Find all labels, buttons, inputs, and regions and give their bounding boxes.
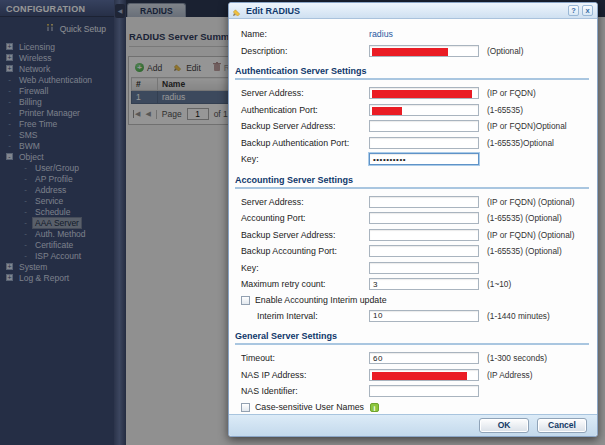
field-hint: (IP or FQDN) (Optional) bbox=[487, 230, 574, 240]
form-row: Server Address:(IP or FQDN) (Optional) bbox=[241, 194, 589, 211]
form-row: NAS IP Address:(IP Address) bbox=[241, 367, 589, 384]
field-label: Server Address: bbox=[241, 197, 369, 207]
redaction-box bbox=[372, 90, 472, 98]
text-input[interactable]: 10 bbox=[369, 310, 479, 322]
field-label: Timeout: bbox=[241, 353, 369, 363]
readonly-value: radius bbox=[369, 29, 481, 39]
dialog-body: Name:radiusDescription:(Optional)Authent… bbox=[229, 20, 597, 413]
text-input[interactable] bbox=[369, 87, 479, 99]
form-row: Maximum retry count:3(1~10) bbox=[241, 276, 589, 293]
field-hint: (1-65535) (Optional) bbox=[487, 246, 562, 256]
cancel-button[interactable]: Cancel bbox=[537, 418, 587, 433]
field-label: Interim Interval: bbox=[241, 311, 369, 321]
text-input[interactable] bbox=[369, 262, 479, 274]
redaction-box bbox=[372, 48, 448, 56]
field-label: Name: bbox=[241, 29, 369, 39]
form-row: Key: bbox=[241, 260, 589, 277]
text-input[interactable] bbox=[369, 369, 479, 381]
field-hint: (IP or FQDN) (Optional) bbox=[487, 197, 574, 207]
field-hint: (1-1440 minutes) bbox=[487, 311, 550, 321]
field-hint: (1~10) bbox=[487, 279, 511, 289]
text-input[interactable] bbox=[369, 229, 479, 241]
field-hint: (1-300 seconds) bbox=[487, 353, 547, 363]
checkbox[interactable] bbox=[241, 296, 250, 305]
form-row: Backup Authentication Port:(1-65535)Opti… bbox=[241, 135, 589, 152]
checkbox-label: Case-sensitive User Names bbox=[255, 402, 364, 412]
form-row: Name:radius bbox=[241, 26, 589, 43]
dialog-title: Edit RADIUS bbox=[246, 6, 565, 16]
field-hint: (IP or FQDN) bbox=[487, 88, 536, 98]
field-hint: (1-65535)Optional bbox=[487, 138, 554, 148]
app-window: CONFIGURATION Quick Setup +Licensing+Wir… bbox=[0, 0, 605, 445]
form-row: Key:•••••••••• bbox=[241, 151, 589, 168]
checkbox-row: Case-sensitive User Namesi bbox=[241, 400, 589, 414]
form-row: Backup Server Address:(IP or FQDN)Option… bbox=[241, 118, 589, 135]
info-icon[interactable]: i bbox=[370, 403, 379, 412]
text-input[interactable] bbox=[369, 245, 479, 257]
field-label: Authentication Port: bbox=[241, 105, 369, 115]
field-label: NAS IP Address: bbox=[241, 370, 369, 380]
redaction-box bbox=[372, 372, 467, 380]
ok-button[interactable]: OK bbox=[479, 418, 529, 433]
field-hint: (Optional) bbox=[487, 46, 523, 56]
text-input[interactable]: 60 bbox=[369, 352, 479, 364]
dialog-title-bar[interactable]: Edit RADIUS ? x bbox=[229, 3, 597, 19]
checkbox-label: Enable Accounting Interim update bbox=[255, 295, 387, 305]
field-label: Accounting Port: bbox=[241, 213, 369, 223]
form-row: Backup Accounting Port:(1-65535) (Option… bbox=[241, 243, 589, 260]
field-label: Maximum retry count: bbox=[241, 279, 369, 289]
field-hint: (IP or FQDN)Optional bbox=[487, 121, 567, 131]
form-row: Description:(Optional) bbox=[241, 43, 589, 60]
field-label: Server Address: bbox=[241, 88, 369, 98]
field-label: Key: bbox=[241, 154, 369, 164]
checkbox-row: Enable Accounting Interim update bbox=[241, 293, 589, 308]
help-button[interactable]: ? bbox=[568, 5, 579, 16]
field-hint: (IP Address) bbox=[487, 370, 533, 380]
form-row: Authentication Port:(1-65535) bbox=[241, 102, 589, 119]
text-input[interactable] bbox=[369, 385, 479, 397]
field-hint: (1-65535) bbox=[487, 105, 523, 115]
section-heading: Accounting Server Settings bbox=[235, 175, 589, 189]
field-label: Backup Server Address: bbox=[241, 230, 369, 240]
text-input[interactable] bbox=[369, 104, 479, 116]
dialog-footer: OK Cancel bbox=[229, 414, 597, 436]
text-input[interactable] bbox=[369, 137, 479, 149]
text-input[interactable] bbox=[369, 196, 479, 208]
close-icon[interactable]: x bbox=[582, 5, 593, 16]
form-row: Backup Server Address:(IP or FQDN) (Opti… bbox=[241, 227, 589, 244]
text-input[interactable] bbox=[369, 212, 479, 224]
field-label: Backup Authentication Port: bbox=[241, 138, 369, 148]
text-input[interactable] bbox=[369, 120, 479, 132]
form-row: Accounting Port:(1-65535) (Optional) bbox=[241, 210, 589, 227]
form-row: Timeout:60(1-300 seconds) bbox=[241, 350, 589, 367]
form-row: Interim Interval:10(1-1440 minutes) bbox=[241, 308, 589, 325]
form-row: Server Address:(IP or FQDN) bbox=[241, 85, 589, 102]
field-label: Description: bbox=[241, 46, 369, 56]
field-label: NAS Identifier: bbox=[241, 386, 369, 396]
field-label: Backup Server Address: bbox=[241, 121, 369, 131]
edit-pencil-icon bbox=[233, 2, 242, 20]
redaction-box bbox=[372, 107, 402, 115]
edit-radius-dialog: Edit RADIUS ? x Name:radiusDescription:(… bbox=[228, 2, 598, 437]
text-input[interactable]: 3 bbox=[369, 278, 479, 290]
field-label: Backup Accounting Port: bbox=[241, 246, 369, 256]
text-input[interactable] bbox=[369, 45, 479, 57]
checkbox[interactable] bbox=[241, 403, 250, 412]
text-input[interactable]: •••••••••• bbox=[369, 153, 479, 165]
field-label: Key: bbox=[241, 263, 369, 273]
section-heading: Authentication Server Settings bbox=[235, 66, 589, 80]
field-hint: (1-65535) (Optional) bbox=[487, 213, 562, 223]
form-row: NAS Identifier: bbox=[241, 383, 589, 400]
section-heading: General Server Settings bbox=[235, 331, 589, 345]
